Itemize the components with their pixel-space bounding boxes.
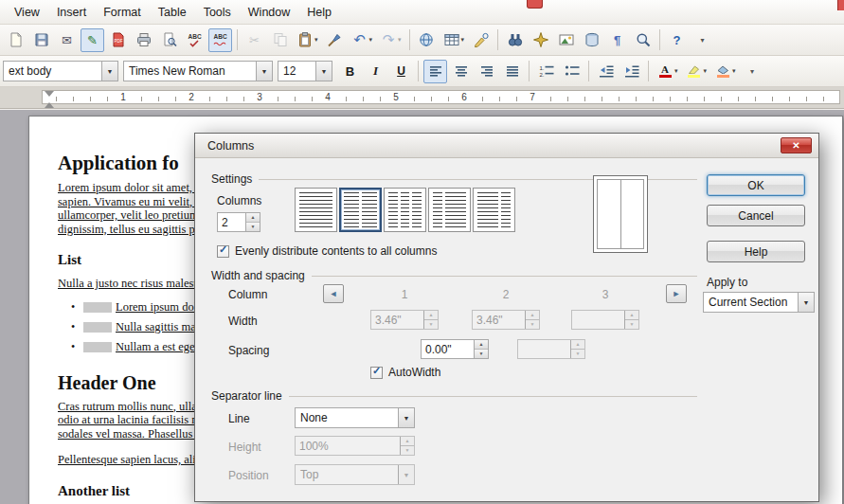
decrease-indent-button[interactable]	[594, 60, 618, 83]
increase-indent-button[interactable]	[620, 60, 643, 83]
edit-file-button[interactable]: ✎	[81, 28, 104, 52]
cancel-button[interactable]: Cancel	[707, 205, 805, 226]
font-name-dropdown[interactable]: ▼	[256, 62, 272, 81]
underline-button[interactable]: U	[389, 60, 413, 83]
spellcheck-button[interactable]: ABC	[183, 28, 207, 52]
height-value[interactable]: 100%	[296, 437, 400, 455]
find-replace-button[interactable]	[503, 28, 527, 52]
width-column-2-spinner[interactable]: 3.46" ▲▼	[472, 310, 540, 330]
formatting-marks-button[interactable]: ¶	[605, 28, 629, 52]
print-button[interactable]	[132, 28, 155, 52]
table-button[interactable]: ▾	[440, 28, 468, 52]
export-pdf-button[interactable]: PDF	[106, 28, 130, 52]
spin-down-icon[interactable]: ▼	[625, 320, 638, 329]
paste-button[interactable]: ▾	[294, 28, 321, 52]
next-column-button[interactable]: ►	[666, 284, 687, 303]
line-style-combo[interactable]: None ▼	[295, 407, 415, 428]
width-column-1-spinner[interactable]: 3.46" ▲▼	[370, 310, 439, 330]
gallery-button[interactable]	[554, 28, 578, 52]
cut-button[interactable]: ✂	[242, 28, 266, 52]
columns-spinner[interactable]: 2 ▲▼	[217, 212, 260, 232]
bullet-list-button[interactable]	[560, 60, 584, 83]
spin-up-icon[interactable]: ▲	[424, 311, 438, 320]
spinner-buttons[interactable]: ▲▼	[570, 340, 584, 358]
previous-column-button[interactable]: ◄	[323, 284, 344, 303]
columns-value[interactable]: 2	[218, 213, 245, 231]
bold-button[interactable]: B	[338, 60, 362, 83]
spacing-2-spinner[interactable]: ▲▼	[517, 339, 585, 359]
ok-button[interactable]: OK	[707, 174, 805, 196]
align-left-button[interactable]	[423, 60, 447, 83]
layout-one-column-button[interactable]	[295, 188, 337, 232]
horizontal-ruler[interactable]: 1234567	[0, 87, 844, 109]
dialog-titlebar[interactable]: Columns ✕	[195, 134, 818, 158]
position-dropdown[interactable]: ▼	[398, 465, 414, 484]
align-justify-button[interactable]	[500, 60, 524, 83]
font-name-value[interactable]: Times New Roman	[124, 62, 256, 81]
new-document-button[interactable]	[4, 28, 27, 52]
auto-spellcheck-button[interactable]: ABC	[208, 28, 232, 52]
dropdown-arrow-icon[interactable]: ▾	[314, 36, 318, 44]
spinner-buttons[interactable]: ▲▼	[525, 311, 539, 329]
spin-down-icon[interactable]: ▼	[571, 350, 584, 358]
menu-view[interactable]: View	[6, 0, 48, 24]
spin-down-icon[interactable]: ▼	[246, 223, 260, 231]
apply-to-combo[interactable]: Current Section ▼	[703, 292, 815, 313]
spin-up-icon[interactable]: ▲	[625, 311, 638, 320]
width-column-1-value[interactable]: 3.46"	[371, 311, 423, 329]
navigator-button[interactable]	[529, 28, 552, 52]
copy-button[interactable]	[268, 28, 292, 52]
data-sources-button[interactable]	[580, 28, 603, 52]
save-button[interactable]	[29, 28, 53, 52]
width-column-3-value[interactable]	[572, 311, 624, 329]
dropdown-arrow-icon[interactable]: ▾	[732, 67, 736, 75]
width-column-2-value[interactable]: 3.46"	[473, 311, 525, 329]
position-value[interactable]: Top	[296, 465, 398, 484]
apply-to-dropdown[interactable]: ▼	[798, 293, 814, 312]
dropdown-arrow-icon[interactable]: ▾	[704, 67, 708, 75]
width-column-3-spinner[interactable]: ▲▼	[571, 310, 639, 330]
font-size-dropdown[interactable]: ▼	[315, 62, 332, 81]
font-size-value[interactable]: 12	[278, 62, 315, 81]
spacing-1-value[interactable]: 0.00"	[422, 340, 474, 358]
spacing-2-value[interactable]	[518, 340, 570, 358]
spinner-buttons[interactable]: ▲▼	[423, 311, 438, 329]
align-center-button[interactable]	[449, 60, 473, 83]
spin-up-icon[interactable]: ▲	[526, 311, 539, 320]
layout-three-columns-button[interactable]	[384, 188, 426, 232]
line-style-value[interactable]: None	[296, 408, 398, 427]
line-style-dropdown[interactable]: ▼	[398, 408, 414, 427]
help-button[interactable]: Help	[707, 241, 805, 262]
email-button[interactable]: ✉	[55, 28, 79, 52]
dropdown-arrow-icon[interactable]: ▾	[674, 67, 678, 75]
hanging-indent-marker[interactable]	[45, 98, 54, 108]
spinner-buttons[interactable]: ▲▼	[474, 340, 488, 358]
menu-insert[interactable]: Insert	[48, 0, 95, 24]
layout-left-narrow-button[interactable]	[428, 188, 471, 232]
redo-button[interactable]: ↷▾	[377, 28, 404, 52]
paragraph-style-combo[interactable]: ext body ▼	[3, 61, 118, 81]
layout-two-columns-button[interactable]	[339, 188, 382, 232]
undo-button[interactable]: ↶▾	[349, 28, 376, 52]
dropdown-arrow-icon[interactable]: ▾	[461, 36, 465, 44]
help-button[interactable]: ?	[665, 28, 689, 52]
layout-right-narrow-button[interactable]	[473, 188, 515, 232]
dropdown-arrow-icon[interactable]: ▾	[369, 36, 373, 44]
page-preview-button[interactable]	[157, 28, 181, 52]
zoom-button[interactable]	[631, 28, 655, 52]
toolbar-overflow-button[interactable]: ▾	[691, 28, 714, 52]
background-color-button[interactable]: ▾	[711, 60, 739, 83]
menu-window[interactable]: Window	[240, 0, 298, 24]
hyperlink-button[interactable]	[415, 28, 439, 52]
apply-to-value[interactable]: Current Section	[704, 293, 798, 312]
dialog-close-button[interactable]: ✕	[781, 137, 812, 153]
spin-down-icon[interactable]: ▼	[424, 320, 438, 329]
spin-up-icon[interactable]: ▲	[475, 340, 488, 350]
spin-up-icon[interactable]: ▲	[246, 213, 260, 223]
spin-down-icon[interactable]: ▼	[401, 446, 414, 455]
evenly-distribute-checkbox[interactable]: ✓	[217, 245, 229, 258]
font-color-button[interactable]: A▾	[654, 60, 681, 83]
toolbar-overflow-button[interactable]: ▾	[741, 60, 764, 83]
spacing-1-spinner[interactable]: 0.00" ▲▼	[421, 339, 489, 359]
draw-functions-button[interactable]	[469, 28, 493, 52]
